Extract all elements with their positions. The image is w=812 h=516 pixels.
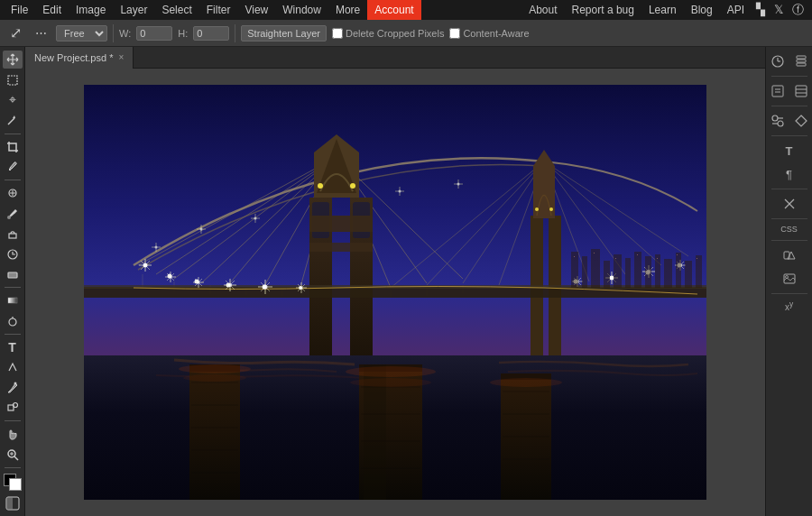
tool-zoom[interactable]: [3, 446, 23, 464]
svg-rect-193: [772, 86, 783, 97]
menu-edit[interactable]: Edit: [35, 0, 69, 20]
menu-bar: File Edit Image Layer Select Filter View…: [0, 0, 812, 20]
main-area: ⌖ T: [0, 47, 812, 516]
svg-rect-172: [676, 253, 681, 288]
tool-spot-heal[interactable]: [3, 184, 23, 202]
tool-hand[interactable]: [3, 425, 23, 443]
menu-image[interactable]: Image: [69, 0, 113, 20]
svg-rect-7: [9, 234, 16, 238]
svg-point-134: [254, 217, 257, 220]
svg-rect-163: [582, 256, 587, 288]
panel-history[interactable]: [767, 51, 789, 72]
right-panel: T ¶ CSS xy: [765, 47, 812, 516]
menu-window[interactable]: Window: [275, 0, 328, 20]
w-input[interactable]: [136, 26, 172, 41]
h-input[interactable]: [193, 26, 229, 41]
menu-account[interactable]: Account: [367, 0, 420, 20]
quick-mask[interactable]: [3, 494, 23, 512]
menu-layer[interactable]: Layer: [113, 0, 154, 20]
menu-api[interactable]: API: [720, 0, 752, 20]
svg-point-200: [778, 121, 783, 126]
tool-lasso[interactable]: ⌖: [3, 91, 23, 109]
svg-marker-2: [13, 115, 15, 118]
menu-file[interactable]: File: [4, 0, 35, 20]
svg-point-183: [183, 374, 246, 382]
menu-select[interactable]: Select: [154, 0, 198, 20]
svg-rect-164: [591, 249, 600, 288]
svg-point-57: [318, 183, 323, 189]
reddit-icon[interactable]: ▚: [752, 0, 770, 20]
tool-shape[interactable]: [3, 399, 23, 417]
svg-point-140: [457, 183, 460, 186]
delete-cropped-label: Delete Cropped Pixels: [346, 28, 444, 39]
mode-select[interactable]: Free Fixed: [56, 25, 107, 41]
tool-magic-wand[interactable]: [3, 111, 23, 129]
panel-cross[interactable]: [779, 193, 800, 215]
color-swatches[interactable]: [4, 474, 22, 491]
menu-report[interactable]: Report a bug: [565, 0, 641, 20]
panel-type[interactable]: T: [779, 140, 800, 161]
tab-title: New Project.psd *: [34, 47, 113, 69]
tab-bar: New Project.psd * ×: [25, 47, 765, 69]
tool-path-select[interactable]: [3, 358, 23, 376]
left-toolbar: ⌖ T: [0, 47, 25, 516]
svg-point-90: [198, 281, 200, 284]
panel-para[interactable]: ¶: [779, 163, 800, 185]
tool-move[interactable]: [3, 51, 23, 69]
menu-learn[interactable]: Learn: [641, 0, 684, 20]
tool-type[interactable]: T: [3, 338, 23, 356]
canvas-area: New Project.psd * ×: [25, 47, 765, 516]
svg-rect-54: [309, 243, 373, 252]
tool-select-rect[interactable]: [3, 70, 23, 88]
delete-cropped-checkbox[interactable]: [332, 28, 343, 39]
tool-pen[interactable]: [3, 379, 23, 397]
panel-shape-lib[interactable]: [779, 244, 800, 266]
panel-adjust[interactable]: [767, 110, 789, 132]
svg-rect-170: [655, 254, 660, 288]
menu-view[interactable]: View: [237, 0, 275, 20]
svg-rect-190: [797, 63, 806, 66]
svg-rect-167: [625, 258, 631, 288]
tool-stamp[interactable]: [3, 225, 23, 243]
content-aware-checkbox[interactable]: [449, 28, 460, 39]
twitter-icon[interactable]: 𝕏: [770, 0, 788, 20]
tab-close-button[interactable]: ×: [118, 47, 124, 69]
project-tab[interactable]: New Project.psd * ×: [25, 47, 134, 69]
svg-point-13: [14, 382, 16, 384]
panel-channels[interactable]: [790, 80, 812, 102]
svg-rect-175: [574, 256, 575, 257]
svg-point-115: [610, 276, 614, 280]
svg-point-131: [200, 228, 203, 231]
svg-point-137: [399, 190, 401, 193]
panel-styles[interactable]: [790, 110, 812, 132]
svg-point-58: [350, 183, 355, 189]
menu-about[interactable]: About: [521, 0, 564, 20]
svg-rect-21: [6, 497, 13, 510]
canvas-wrapper[interactable]: [25, 69, 765, 516]
tool-dodge[interactable]: [3, 311, 23, 329]
svg-rect-53: [309, 216, 373, 232]
panel-math[interactable]: xy: [783, 298, 795, 315]
background-color[interactable]: [9, 478, 22, 491]
svg-point-186: [490, 378, 562, 387]
facebook-icon[interactable]: ⓕ: [788, 0, 808, 20]
svg-point-197: [772, 115, 778, 121]
tool-gradient[interactable]: [3, 291, 23, 309]
svg-point-85: [170, 276, 172, 279]
tool-history-brush[interactable]: [3, 244, 23, 263]
panel-css[interactable]: CSS: [779, 223, 799, 236]
tool-brush[interactable]: [3, 205, 23, 223]
tool-eyedropper[interactable]: [3, 158, 23, 176]
panel-layers[interactable]: [790, 51, 812, 72]
panel-image[interactable]: [779, 268, 800, 290]
tool-crop[interactable]: [3, 137, 23, 155]
menu-filter[interactable]: Filter: [199, 0, 238, 20]
options-icon: ⋯: [31, 23, 51, 43]
menu-blog[interactable]: Blog: [684, 0, 720, 20]
straighten-button[interactable]: Straighten Layer: [241, 25, 327, 41]
menu-more[interactable]: More: [328, 0, 367, 20]
svg-rect-179: [657, 258, 658, 259]
svg-point-6: [7, 216, 11, 219]
panel-info[interactable]: [767, 80, 789, 102]
tool-eraser[interactable]: [3, 265, 23, 283]
